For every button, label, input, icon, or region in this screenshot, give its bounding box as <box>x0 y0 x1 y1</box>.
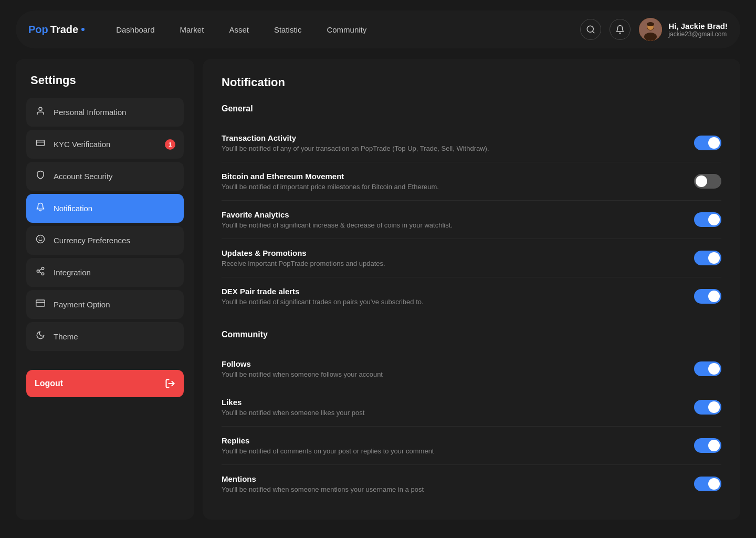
logo-dot <box>81 28 85 31</box>
toggle-wrapper-likes[interactable] <box>694 400 721 415</box>
notif-item-likes: Likes You'll be notified when someone li… <box>222 388 721 427</box>
logout-button[interactable]: Logout <box>26 370 184 397</box>
toggle-wrapper-bitcoin-ethereum-movement[interactable] <box>694 174 721 189</box>
svg-rect-8 <box>37 140 45 146</box>
avatar <box>639 18 662 41</box>
toggle-bitcoin-ethereum-movement[interactable] <box>694 174 721 189</box>
notif-item-updates-promotions: Updates & Promotions Receive important P… <box>222 239 721 277</box>
panel-title: Notification <box>222 76 721 89</box>
nav-right: Hi, Jackie Brad! jackie23@gmail.com <box>580 18 728 41</box>
toggle-knob-likes <box>708 401 720 413</box>
user-info[interactable]: Hi, Jackie Brad! jackie23@gmail.com <box>639 18 728 41</box>
notif-text-mentions: Mentions You'll be notified when someone… <box>222 474 424 493</box>
toggle-wrapper-favorite-analytics[interactable] <box>694 212 721 227</box>
topbar: PopTrade Dashboard Market Asset Statisti… <box>16 11 740 48</box>
personal-information-icon <box>35 106 46 118</box>
personal-information-label: Personal Information <box>54 108 126 117</box>
payment-option-icon <box>35 298 46 311</box>
svg-line-17 <box>39 269 41 271</box>
sidebar-item-integration[interactable]: Integration <box>26 258 184 287</box>
logo[interactable]: PopTrade <box>28 24 85 36</box>
notif-item-dex-pair-trade-alerts: DEX Pair trade alerts You'll be notified… <box>222 277 721 315</box>
integration-icon <box>35 266 46 278</box>
theme-label: Theme <box>54 332 78 341</box>
logout-icon <box>165 378 175 389</box>
nav-statistic[interactable]: Statistic <box>264 21 312 38</box>
toggle-knob-mentions <box>708 478 720 490</box>
account-security-icon <box>35 170 46 182</box>
notification-button[interactable] <box>610 19 631 40</box>
notif-text-transaction-activity: Transaction Activity You'll be notified … <box>222 133 489 152</box>
toggle-knob-transaction-activity <box>708 137 720 149</box>
general-heading: General <box>222 104 721 113</box>
sidebar-item-notification[interactable]: Notification <box>26 194 184 223</box>
account-security-label: Account Security <box>54 172 113 181</box>
notif-text-replies: Replies You'll be notified of comments o… <box>222 436 434 455</box>
toggle-wrapper-follows[interactable] <box>694 361 721 376</box>
notif-text-updates-promotions: Updates & Promotions Receive important P… <box>222 249 385 267</box>
sidebar-item-account-security[interactable]: Account Security <box>26 162 184 191</box>
search-button[interactable] <box>580 19 601 40</box>
notif-item-mentions: Mentions You'll be notified when someone… <box>222 465 721 503</box>
sidebar-item-payment-option[interactable]: Payment Option <box>26 290 184 319</box>
toggle-wrapper-updates-promotions[interactable] <box>694 251 721 265</box>
toggle-wrapper-transaction-activity[interactable] <box>694 136 721 150</box>
notif-title-favorite-analytics: Favorite Analytics <box>222 210 453 219</box>
sidebar-item-kyc-verification[interactable]: KYC Verification 1 <box>26 130 184 159</box>
notification-label: Notification <box>54 204 92 213</box>
notif-item-replies: Replies You'll be notified of comments o… <box>222 427 721 465</box>
toggle-replies[interactable] <box>694 438 721 453</box>
toggle-knob-bitcoin-ethereum-movement <box>696 175 707 187</box>
notif-title-mentions: Mentions <box>222 474 424 483</box>
notif-desc-bitcoin-ethereum-movement: You'll be notified of important price mi… <box>222 183 439 191</box>
notif-item-bitcoin-ethereum-movement: Bitcoin and Ethereum Movement You'll be … <box>222 162 721 201</box>
svg-rect-18 <box>36 300 45 306</box>
svg-point-7 <box>39 107 42 110</box>
svg-point-4 <box>644 33 657 41</box>
svg-point-10 <box>37 235 45 243</box>
notif-desc-favorite-analytics: You'll be notified of significant increa… <box>222 221 453 229</box>
toggle-dex-pair-trade-alerts[interactable] <box>694 289 721 304</box>
currency-preferences-icon <box>35 234 46 246</box>
toggle-wrapper-mentions[interactable] <box>694 477 721 491</box>
notif-desc-updates-promotions: Receive important PopTrade promotions an… <box>222 260 385 267</box>
user-email: jackie23@gmail.com <box>668 30 728 38</box>
toggle-wrapper-dex-pair-trade-alerts[interactable] <box>694 289 721 304</box>
sidebar-title: Settings <box>26 74 184 87</box>
toggle-mentions[interactable] <box>694 477 721 491</box>
currency-preferences-label: Currency Preferences <box>54 236 130 245</box>
notif-item-follows: Follows You'll be notified when someone … <box>222 350 721 388</box>
community-heading: Community <box>222 330 721 339</box>
sidebar-item-currency-preferences[interactable]: Currency Preferences <box>26 226 184 255</box>
notif-item-transaction-activity: Transaction Activity You'll be notified … <box>222 124 721 162</box>
logout-label: Logout <box>35 379 63 388</box>
toggle-favorite-analytics[interactable] <box>694 212 721 227</box>
community-items: Follows You'll be notified when someone … <box>222 350 721 503</box>
kyc-verification-badge: 1 <box>165 139 175 150</box>
notif-title-dex-pair-trade-alerts: DEX Pair trade alerts <box>222 287 424 296</box>
toggle-knob-updates-promotions <box>708 252 720 264</box>
nav-asset[interactable]: Asset <box>218 21 259 38</box>
toggle-updates-promotions[interactable] <box>694 251 721 265</box>
toggle-wrapper-replies[interactable] <box>694 438 721 453</box>
notif-title-likes: Likes <box>222 398 364 407</box>
toggle-transaction-activity[interactable] <box>694 136 721 150</box>
sidebar-item-personal-information[interactable]: Personal Information <box>26 98 184 127</box>
notif-desc-mentions: You'll be notified when someone mentions… <box>222 485 424 493</box>
notif-desc-replies: You'll be notified of comments on your p… <box>222 447 434 455</box>
sidebar-items: Personal Information KYC Verification 1 … <box>26 98 184 354</box>
notif-text-bitcoin-ethereum-movement: Bitcoin and Ethereum Movement You'll be … <box>222 172 439 191</box>
svg-line-1 <box>593 31 594 33</box>
nav-dashboard[interactable]: Dashboard <box>106 21 165 38</box>
kyc-verification-icon <box>35 138 46 150</box>
user-greeting: Hi, Jackie Brad! <box>668 22 728 30</box>
main-content: Settings Personal Information KYC Verifi… <box>16 59 740 520</box>
notif-desc-transaction-activity: You'll be notified of any of your transa… <box>222 144 489 152</box>
sidebar-item-theme[interactable]: Theme <box>26 322 184 351</box>
toggle-follows[interactable] <box>694 361 721 376</box>
nav-market[interactable]: Market <box>170 21 215 38</box>
toggle-likes[interactable] <box>694 400 721 415</box>
notif-text-dex-pair-trade-alerts: DEX Pair trade alerts You'll be notified… <box>222 287 424 306</box>
kyc-verification-label: KYC Verification <box>54 140 110 149</box>
nav-community[interactable]: Community <box>316 21 377 38</box>
